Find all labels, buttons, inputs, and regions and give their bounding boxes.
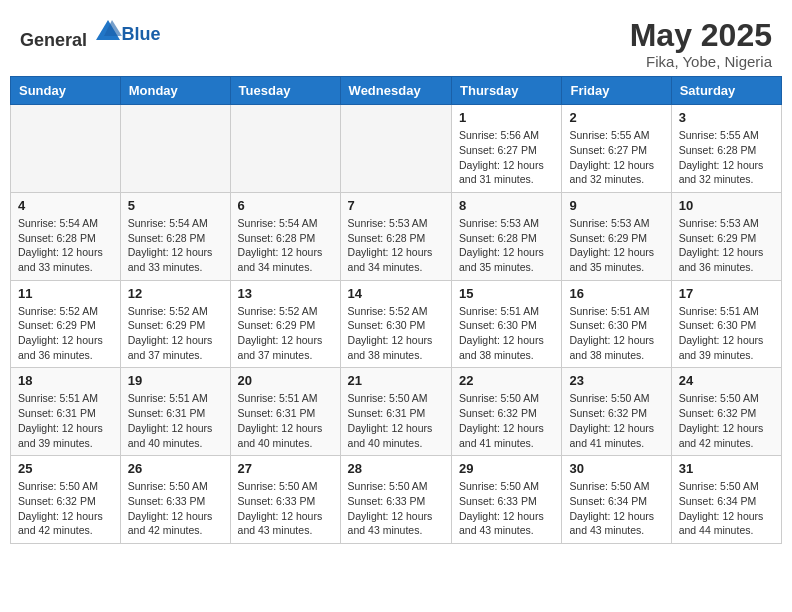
calendar-cell: 29Sunrise: 5:50 AM Sunset: 6:33 PM Dayli… (452, 456, 562, 544)
day-number: 23 (569, 373, 663, 388)
day-number: 13 (238, 286, 333, 301)
calendar-cell: 25Sunrise: 5:50 AM Sunset: 6:32 PM Dayli… (11, 456, 121, 544)
day-number: 20 (238, 373, 333, 388)
calendar-cell: 23Sunrise: 5:50 AM Sunset: 6:32 PM Dayli… (562, 368, 671, 456)
day-info: Sunrise: 5:51 AM Sunset: 6:30 PM Dayligh… (679, 304, 774, 363)
calendar-cell: 18Sunrise: 5:51 AM Sunset: 6:31 PM Dayli… (11, 368, 121, 456)
day-info: Sunrise: 5:55 AM Sunset: 6:27 PM Dayligh… (569, 128, 663, 187)
day-number: 24 (679, 373, 774, 388)
day-number: 2 (569, 110, 663, 125)
calendar-cell (340, 105, 451, 193)
calendar-cell: 4Sunrise: 5:54 AM Sunset: 6:28 PM Daylig… (11, 192, 121, 280)
calendar-cell: 1Sunrise: 5:56 AM Sunset: 6:27 PM Daylig… (452, 105, 562, 193)
location-title: Fika, Yobe, Nigeria (630, 53, 772, 70)
day-number: 10 (679, 198, 774, 213)
day-info: Sunrise: 5:51 AM Sunset: 6:30 PM Dayligh… (569, 304, 663, 363)
calendar-cell: 24Sunrise: 5:50 AM Sunset: 6:32 PM Dayli… (671, 368, 781, 456)
day-info: Sunrise: 5:52 AM Sunset: 6:29 PM Dayligh… (238, 304, 333, 363)
day-info: Sunrise: 5:52 AM Sunset: 6:30 PM Dayligh… (348, 304, 444, 363)
day-number: 7 (348, 198, 444, 213)
day-info: Sunrise: 5:54 AM Sunset: 6:28 PM Dayligh… (128, 216, 223, 275)
day-number: 25 (18, 461, 113, 476)
logo-general: General (20, 30, 87, 50)
day-number: 16 (569, 286, 663, 301)
calendar-cell (230, 105, 340, 193)
day-info: Sunrise: 5:50 AM Sunset: 6:33 PM Dayligh… (459, 479, 554, 538)
calendar-header-wednesday: Wednesday (340, 77, 451, 105)
day-number: 1 (459, 110, 554, 125)
day-info: Sunrise: 5:55 AM Sunset: 6:28 PM Dayligh… (679, 128, 774, 187)
calendar-cell: 9Sunrise: 5:53 AM Sunset: 6:29 PM Daylig… (562, 192, 671, 280)
day-info: Sunrise: 5:50 AM Sunset: 6:32 PM Dayligh… (679, 391, 774, 450)
calendar-cell: 3Sunrise: 5:55 AM Sunset: 6:28 PM Daylig… (671, 105, 781, 193)
day-info: Sunrise: 5:53 AM Sunset: 6:29 PM Dayligh… (679, 216, 774, 275)
calendar-header-saturday: Saturday (671, 77, 781, 105)
logo-icon (94, 18, 122, 46)
day-number: 14 (348, 286, 444, 301)
title-block: May 2025 Fika, Yobe, Nigeria (630, 18, 772, 70)
day-number: 30 (569, 461, 663, 476)
calendar-cell: 15Sunrise: 5:51 AM Sunset: 6:30 PM Dayli… (452, 280, 562, 368)
day-info: Sunrise: 5:52 AM Sunset: 6:29 PM Dayligh… (128, 304, 223, 363)
calendar-cell: 31Sunrise: 5:50 AM Sunset: 6:34 PM Dayli… (671, 456, 781, 544)
calendar-cell: 14Sunrise: 5:52 AM Sunset: 6:30 PM Dayli… (340, 280, 451, 368)
calendar-cell: 20Sunrise: 5:51 AM Sunset: 6:31 PM Dayli… (230, 368, 340, 456)
logo: General Blue (20, 18, 161, 51)
logo-blue: Blue (122, 24, 161, 44)
calendar-header-row: SundayMondayTuesdayWednesdayThursdayFrid… (11, 77, 782, 105)
calendar-week-row: 1Sunrise: 5:56 AM Sunset: 6:27 PM Daylig… (11, 105, 782, 193)
calendar-header-friday: Friday (562, 77, 671, 105)
calendar-cell: 5Sunrise: 5:54 AM Sunset: 6:28 PM Daylig… (120, 192, 230, 280)
day-number: 17 (679, 286, 774, 301)
calendar-header-thursday: Thursday (452, 77, 562, 105)
calendar-cell (120, 105, 230, 193)
day-info: Sunrise: 5:50 AM Sunset: 6:32 PM Dayligh… (18, 479, 113, 538)
page-header: General Blue May 2025 Fika, Yobe, Nigeri… (10, 10, 782, 76)
day-number: 31 (679, 461, 774, 476)
day-info: Sunrise: 5:51 AM Sunset: 6:30 PM Dayligh… (459, 304, 554, 363)
calendar-cell: 11Sunrise: 5:52 AM Sunset: 6:29 PM Dayli… (11, 280, 121, 368)
calendar-cell: 22Sunrise: 5:50 AM Sunset: 6:32 PM Dayli… (452, 368, 562, 456)
calendar-header-monday: Monday (120, 77, 230, 105)
day-number: 9 (569, 198, 663, 213)
day-info: Sunrise: 5:50 AM Sunset: 6:34 PM Dayligh… (569, 479, 663, 538)
day-number: 15 (459, 286, 554, 301)
day-info: Sunrise: 5:50 AM Sunset: 6:31 PM Dayligh… (348, 391, 444, 450)
calendar-cell: 26Sunrise: 5:50 AM Sunset: 6:33 PM Dayli… (120, 456, 230, 544)
day-info: Sunrise: 5:54 AM Sunset: 6:28 PM Dayligh… (18, 216, 113, 275)
calendar-cell: 30Sunrise: 5:50 AM Sunset: 6:34 PM Dayli… (562, 456, 671, 544)
calendar-cell: 21Sunrise: 5:50 AM Sunset: 6:31 PM Dayli… (340, 368, 451, 456)
day-info: Sunrise: 5:50 AM Sunset: 6:33 PM Dayligh… (348, 479, 444, 538)
day-number: 11 (18, 286, 113, 301)
calendar-week-row: 4Sunrise: 5:54 AM Sunset: 6:28 PM Daylig… (11, 192, 782, 280)
day-info: Sunrise: 5:50 AM Sunset: 6:32 PM Dayligh… (459, 391, 554, 450)
day-number: 18 (18, 373, 113, 388)
calendar-table: SundayMondayTuesdayWednesdayThursdayFrid… (10, 76, 782, 544)
day-info: Sunrise: 5:53 AM Sunset: 6:28 PM Dayligh… (459, 216, 554, 275)
day-number: 22 (459, 373, 554, 388)
calendar-week-row: 18Sunrise: 5:51 AM Sunset: 6:31 PM Dayli… (11, 368, 782, 456)
calendar-cell: 2Sunrise: 5:55 AM Sunset: 6:27 PM Daylig… (562, 105, 671, 193)
day-info: Sunrise: 5:50 AM Sunset: 6:33 PM Dayligh… (128, 479, 223, 538)
day-number: 26 (128, 461, 223, 476)
day-info: Sunrise: 5:50 AM Sunset: 6:33 PM Dayligh… (238, 479, 333, 538)
day-info: Sunrise: 5:53 AM Sunset: 6:28 PM Dayligh… (348, 216, 444, 275)
day-info: Sunrise: 5:52 AM Sunset: 6:29 PM Dayligh… (18, 304, 113, 363)
calendar-cell (11, 105, 121, 193)
day-number: 3 (679, 110, 774, 125)
calendar-cell: 13Sunrise: 5:52 AM Sunset: 6:29 PM Dayli… (230, 280, 340, 368)
day-info: Sunrise: 5:51 AM Sunset: 6:31 PM Dayligh… (238, 391, 333, 450)
day-info: Sunrise: 5:51 AM Sunset: 6:31 PM Dayligh… (128, 391, 223, 450)
day-info: Sunrise: 5:56 AM Sunset: 6:27 PM Dayligh… (459, 128, 554, 187)
calendar-cell: 7Sunrise: 5:53 AM Sunset: 6:28 PM Daylig… (340, 192, 451, 280)
calendar-cell: 27Sunrise: 5:50 AM Sunset: 6:33 PM Dayli… (230, 456, 340, 544)
calendar-cell: 10Sunrise: 5:53 AM Sunset: 6:29 PM Dayli… (671, 192, 781, 280)
day-number: 5 (128, 198, 223, 213)
day-number: 4 (18, 198, 113, 213)
calendar-cell: 6Sunrise: 5:54 AM Sunset: 6:28 PM Daylig… (230, 192, 340, 280)
day-number: 28 (348, 461, 444, 476)
calendar-cell: 17Sunrise: 5:51 AM Sunset: 6:30 PM Dayli… (671, 280, 781, 368)
calendar-header-sunday: Sunday (11, 77, 121, 105)
day-number: 19 (128, 373, 223, 388)
calendar-header-tuesday: Tuesday (230, 77, 340, 105)
